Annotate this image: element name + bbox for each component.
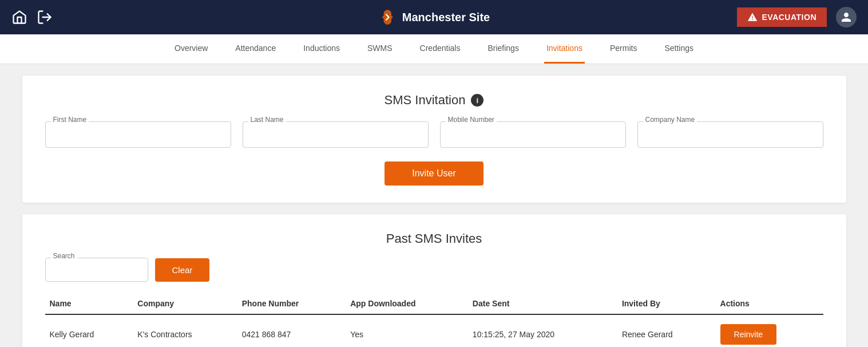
cell-invited-by: Renee Gerard [617, 314, 716, 347]
invitation-form-row: First Name Last Name Mobile Number Compa… [45, 121, 823, 148]
evacuation-label: EVACUATION [762, 13, 817, 22]
company-name-input[interactable] [637, 121, 823, 148]
last-name-input[interactable] [243, 121, 429, 148]
nav-item-credentials[interactable]: Credentials [418, 34, 463, 64]
col-phone: Phone Number [237, 293, 346, 314]
search-input[interactable] [45, 258, 148, 282]
sms-invitation-title: SMS Invitation i [45, 93, 823, 108]
sms-invitation-card: SMS Invitation i First Name Last Name Mo… [22, 76, 846, 203]
nav-item-settings[interactable]: Settings [662, 34, 696, 64]
mobile-number-label: Mobile Number [446, 116, 497, 124]
cell-actions: Reinvite [716, 314, 823, 347]
reinvite-button[interactable]: Reinvite [720, 324, 777, 345]
invite-button-wrapper: Invite User [45, 161, 823, 186]
mobile-number-group: Mobile Number [440, 121, 626, 148]
mobile-number-input[interactable] [440, 121, 626, 148]
past-invites-title: Past SMS Invites [45, 231, 823, 246]
past-invites-card: Past SMS Invites Search Clear Name Compa… [22, 214, 846, 347]
search-group: Search [45, 258, 148, 282]
past-invites-table-wrapper: Name Company Phone Number App Downloaded… [45, 293, 823, 347]
first-name-label: First Name [51, 116, 89, 124]
past-invites-table: Name Company Phone Number App Downloaded… [45, 293, 823, 347]
sms-invitation-title-text: SMS Invitation [385, 93, 466, 108]
last-name-label: Last Name [248, 116, 286, 124]
header-center: Manchester Site [378, 8, 490, 26]
invite-user-button[interactable]: Invite User [385, 161, 483, 186]
nav-item-attendance[interactable]: Attendance [233, 34, 278, 64]
first-name-input[interactable] [45, 121, 231, 148]
header: Manchester Site EVACUATION [0, 0, 868, 34]
info-icon[interactable]: i [471, 94, 483, 107]
main-content: SMS Invitation i First Name Last Name Mo… [11, 64, 858, 347]
last-name-group: Last Name [243, 121, 429, 148]
cell-phone: 0421 868 847 [237, 314, 346, 347]
table-body: Kelly Gerard K's Contractors 0421 868 84… [45, 314, 823, 347]
header-right: EVACUATION [737, 7, 857, 27]
nav-item-invitations[interactable]: Invitations [544, 34, 585, 64]
nav-item-swms[interactable]: SWMS [365, 34, 395, 64]
clear-button[interactable]: Clear [155, 258, 210, 282]
nav-item-inductions[interactable]: Inductions [301, 34, 342, 64]
table-header: Name Company Phone Number App Downloaded… [45, 293, 823, 314]
col-app-downloaded: App Downloaded [346, 293, 468, 314]
table-row: Kelly Gerard K's Contractors 0421 868 84… [45, 314, 823, 347]
cell-date-sent: 10:15:25, 27 May 2020 [468, 314, 617, 347]
user-icon [841, 11, 852, 23]
nav-item-overview[interactable]: Overview [172, 34, 210, 64]
cell-company: K's Contractors [133, 314, 237, 347]
company-name-label: Company Name [643, 116, 697, 124]
col-company: Company [133, 293, 237, 314]
col-date-sent: Date Sent [468, 293, 617, 314]
cell-app-downloaded: Yes [346, 314, 468, 347]
col-actions: Actions [716, 293, 823, 314]
col-invited-by: Invited By [617, 293, 716, 314]
site-name: Manchester Site [402, 11, 490, 24]
nav-item-briefings[interactable]: Briefings [485, 34, 521, 64]
nav-item-permits[interactable]: Permits [608, 34, 639, 64]
search-row: Search Clear [45, 258, 823, 282]
user-avatar[interactable] [836, 7, 857, 27]
cell-name: Kelly Gerard [45, 314, 133, 347]
first-name-group: First Name [45, 121, 231, 148]
navigation: Overview Attendance Inductions SWMS Cred… [0, 34, 868, 64]
header-left [11, 9, 53, 25]
evacuation-button[interactable]: EVACUATION [737, 7, 827, 27]
col-name: Name [45, 293, 133, 314]
warning-icon [747, 12, 758, 22]
company-name-group: Company Name [637, 121, 823, 148]
logout-icon[interactable] [37, 9, 53, 25]
home-icon[interactable] [11, 9, 27, 25]
table-header-row: Name Company Phone Number App Downloaded… [45, 293, 823, 314]
search-label: Search [51, 252, 77, 260]
